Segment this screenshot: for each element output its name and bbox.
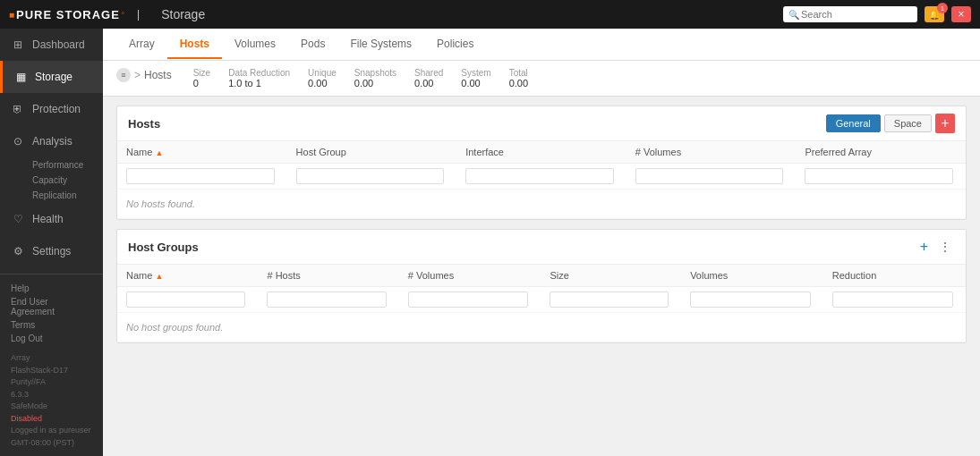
protection-icon: ⛨ <box>11 102 25 116</box>
host-groups-title: Host Groups <box>128 241 199 254</box>
topbar-divider: | <box>137 8 140 21</box>
sidebar-item-replication[interactable]: Replication <box>21 188 103 203</box>
footer-link-terms[interactable]: Terms <box>11 318 92 332</box>
hosts-filter-row <box>117 164 966 190</box>
notification-wrapper: 🔔 1 <box>925 6 944 22</box>
stat-shared-label: Shared <box>414 68 443 78</box>
hg-col-volumes: # Volumes <box>399 265 541 287</box>
tab-array[interactable]: Array <box>116 30 167 59</box>
tab-pods[interactable]: Pods <box>288 30 337 59</box>
hosts-filter-preferred <box>796 164 966 190</box>
hosts-section-title: Hosts <box>128 117 160 131</box>
hosts-btn-general[interactable]: General <box>826 114 881 132</box>
settings-icon: ⚙ <box>11 244 25 258</box>
close-button[interactable]: × <box>951 6 971 22</box>
hg-volumes-filter[interactable] <box>408 291 529 308</box>
topbar: ■ PURE STORAGE ° | Storage 🔍 🔔 1 × <box>0 0 980 29</box>
hosts-btn-space[interactable]: Space <box>884 114 932 132</box>
hg-filter-volumes2 <box>681 287 823 313</box>
sidebar-item-storage[interactable]: ▦ Storage <box>0 61 103 93</box>
hosts-volumes-filter[interactable] <box>635 168 784 184</box>
sidebar-item-performance[interactable]: Performance <box>21 157 103 173</box>
sidebar-meta: Array FlashStack-D17 Purity//FA 6.3.3 Sa… <box>11 352 92 449</box>
sidebar-nav: ⊞ Dashboard ▦ Storage ⛨ Protection ⊙ Ana… <box>0 29 103 274</box>
footer-link-help[interactable]: Help <box>11 282 92 295</box>
host-groups-section: Host Groups + ⋮ Name ▲ # Hosts <box>116 229 967 343</box>
breadcrumb-current: Hosts <box>144 69 172 81</box>
hg-no-data: No host groups found. <box>117 313 966 342</box>
meta-safemode-value: Disabled <box>11 413 92 426</box>
hosts-name-filter[interactable] <box>126 168 275 184</box>
stat-total-value: 0.00 <box>509 78 528 89</box>
hg-volumes2-filter[interactable] <box>690 291 811 308</box>
notification-button[interactable]: 🔔 1 <box>925 6 944 22</box>
tab-volumes[interactable]: Volumes <box>222 30 288 59</box>
hosts-section-header: Hosts General Space + <box>117 106 966 141</box>
hosts-col-hostgroup: Host Group <box>287 141 457 164</box>
tab-hosts[interactable]: Hosts <box>167 30 222 59</box>
sidebar-label-dashboard: Dashboard <box>32 38 85 51</box>
sidebar-label-protection: Protection <box>32 103 81 115</box>
hg-size-filter[interactable] <box>550 291 669 308</box>
host-groups-kebab-button[interactable]: ⋮ <box>935 238 955 256</box>
tab-filesystems[interactable]: File Systems <box>337 30 424 59</box>
hosts-col-interface: Interface <box>456 141 626 164</box>
hg-filter-name <box>117 287 258 313</box>
hosts-hostgroup-filter[interactable] <box>296 168 445 184</box>
hosts-table-container: Name ▲ Host Group Interface # Volumes Pr… <box>117 141 966 219</box>
hg-name-filter[interactable] <box>126 291 245 308</box>
hosts-col-preferred-array: Preferred Array <box>796 141 966 164</box>
sidebar-item-analysis[interactable]: ⊙ Analysis <box>0 125 103 157</box>
hosts-preferred-filter[interactable] <box>805 168 953 184</box>
hg-filter-size <box>541 287 681 313</box>
meta-timezone: GMT-08:00 (PST) <box>11 437 92 450</box>
hosts-interface-filter[interactable] <box>465 168 614 184</box>
footer-link-logout[interactable]: Log Out <box>11 332 92 345</box>
sidebar-item-capacity[interactable]: Capacity <box>21 173 103 188</box>
topbar-left: ■ PURE STORAGE ° | Storage <box>9 7 205 21</box>
stat-unique-value: 0.00 <box>308 78 337 89</box>
stat-size: Size 0 <box>193 68 210 89</box>
search-input[interactable] <box>783 6 917 22</box>
hg-reduction-filter[interactable] <box>832 291 953 308</box>
hg-col-size: Size <box>541 265 681 287</box>
host-groups-table: Name ▲ # Hosts # Volumes Size Volumes Re… <box>117 265 966 342</box>
host-groups-header-row: Name ▲ # Hosts # Volumes Size Volumes Re… <box>117 265 966 287</box>
hg-col-volumes2: Volumes <box>681 265 823 287</box>
topbar-page-title: Storage <box>161 7 205 21</box>
hosts-col-name: Name ▲ <box>117 141 287 164</box>
hg-sort-icon: ▲ <box>155 272 163 281</box>
tab-policies[interactable]: Policies <box>424 30 486 59</box>
storage-icon: ▦ <box>13 70 28 84</box>
sidebar-label-analysis: Analysis <box>32 135 72 148</box>
stats-grid: Size 0 Data Reduction 1.0 to 1 Unique 0.… <box>193 68 528 89</box>
hosts-section-actions: General Space + <box>826 114 955 133</box>
hosts-add-button[interactable]: + <box>935 114 955 133</box>
dashboard-icon: ⊞ <box>11 38 25 52</box>
host-groups-section-header: Host Groups + ⋮ <box>117 230 966 265</box>
hg-col-name: Name ▲ <box>117 265 258 287</box>
footer-link-eua[interactable]: End User Agreement <box>11 295 92 318</box>
hosts-table-body: No hosts found. <box>117 190 966 219</box>
logo: ■ PURE STORAGE ° <box>9 8 124 21</box>
logo-symbol: ° <box>122 11 124 19</box>
hosts-filter-name <box>117 164 287 190</box>
topbar-right: 🔍 🔔 1 × <box>783 6 971 22</box>
sidebar-item-settings[interactable]: ⚙ Settings <box>0 235 103 267</box>
hg-col-reduction: Reduction <box>823 265 966 287</box>
hosts-no-data-row: No hosts found. <box>117 190 966 219</box>
stat-data-reduction: Data Reduction 1.0 to 1 <box>228 68 290 89</box>
sidebar-item-protection[interactable]: ⛨ Protection <box>0 93 103 125</box>
sidebar-item-health[interactable]: ♡ Health <box>0 203 103 235</box>
host-groups-add-button[interactable]: + <box>916 237 932 257</box>
stat-dr-label: Data Reduction <box>228 68 290 78</box>
stat-dr-value: 1.0 to 1 <box>228 78 290 89</box>
hosts-filter-volumes <box>626 164 797 190</box>
hg-filter-hosts <box>258 287 398 313</box>
sidebar-item-dashboard[interactable]: ⊞ Dashboard <box>0 29 103 61</box>
hosts-col-volumes: # Volumes <box>626 141 797 164</box>
hg-hosts-filter[interactable] <box>267 291 386 308</box>
stat-system-value: 0.00 <box>461 78 490 89</box>
sidebar-label-storage: Storage <box>35 71 72 83</box>
breadcrumb: ≡ > Hosts <box>116 68 172 82</box>
